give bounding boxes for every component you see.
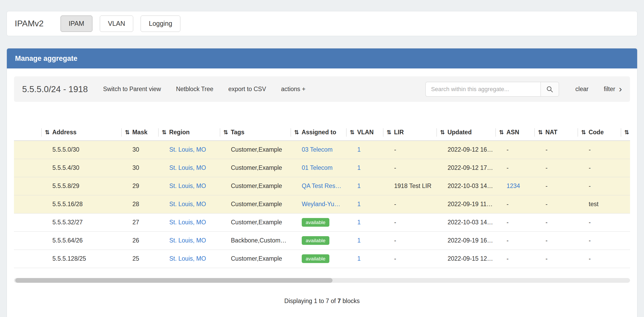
region-link[interactable]: St. Louis, MO (169, 146, 206, 153)
filter-link[interactable]: filter› (604, 85, 622, 94)
tab-vlan[interactable]: VLAN (100, 16, 133, 32)
column-header-label: Address (52, 129, 76, 136)
cell-nat: - (534, 231, 578, 250)
column-header-inner: ⇅Code (578, 128, 621, 137)
column-header-inner: ⇅Region (158, 128, 220, 137)
region-link[interactable]: St. Louis, MO (169, 237, 206, 244)
search-button[interactable] (541, 82, 559, 97)
page: IPAMv2 IPAM VLAN Logging Manage aggregat… (0, 0, 644, 317)
row-gutter (14, 231, 41, 250)
netblock-tree-link[interactable]: Netblock Tree (176, 86, 213, 93)
cell-lir: - (383, 213, 437, 231)
column-header-mask[interactable]: ⇅Mask (121, 124, 158, 141)
column-header-assigned-to[interactable]: ⇅Assigned to (291, 124, 346, 141)
assigned-link[interactable]: Weyland-Yu… (302, 201, 340, 207)
export-csv-link[interactable]: export to CSV (228, 86, 266, 93)
region-link[interactable]: St. Louis, MO (169, 219, 206, 226)
chevron-right-icon: › (619, 84, 622, 93)
region-link[interactable]: St. Louis, MO (169, 201, 206, 207)
sort-icon: ⇅ (162, 129, 166, 136)
vlan-link[interactable]: 1 (357, 146, 361, 153)
region-link[interactable]: St. Louis, MO (169, 164, 206, 171)
column-header-lir[interactable]: ⇅LIR (383, 124, 437, 141)
cell-assigned: available (291, 213, 346, 231)
vlan-link[interactable]: 1 (357, 201, 361, 207)
sort-icon: ⇅ (581, 129, 586, 136)
panel-title: Manage aggregate (7, 48, 637, 68)
scrollbar-thumb[interactable] (15, 278, 333, 283)
table-row: 5.5.5.32/2727St. Louis, MOCustomer,Examp… (14, 213, 630, 231)
cell-vlan: 1 (346, 195, 383, 213)
manage-aggregate-panel: Manage aggregate 5.5.5.0/24 - 1918 Switc… (7, 48, 637, 317)
cell-address: 5.5.5.0/30 (41, 141, 121, 159)
cell-nat: - (534, 177, 578, 195)
sort-icon: ⇅ (440, 129, 445, 136)
cell-lir: - (383, 141, 437, 159)
assigned-link[interactable]: QA Test Res… (302, 182, 341, 189)
column-header-clipped[interactable]: ⇅ (621, 124, 630, 141)
column-header-code[interactable]: ⇅Code (578, 124, 621, 141)
column-header-nat[interactable]: ⇅NAT (534, 124, 578, 141)
table-row: 5.5.5.64/2626St. Louis, MOBackbone,Custo… (14, 231, 630, 250)
column-header-inner: ⇅Assigned to (291, 128, 346, 137)
cell-assigned: 03 Telecom (291, 141, 346, 159)
column-header-vlan[interactable]: ⇅VLAN (346, 124, 383, 141)
row-gutter (14, 177, 41, 195)
cell-updated: 2022-09-19 11… (437, 195, 496, 213)
actions-menu-link[interactable]: actions + (281, 86, 306, 93)
sort-icon: ⇅ (125, 129, 130, 136)
assigned-link[interactable]: 01 Telecom (302, 164, 333, 171)
asn-link[interactable]: 1234 (507, 182, 520, 189)
cell-updated: 2022-09-19 16… (437, 231, 496, 250)
row-gutter (14, 250, 41, 268)
column-header-address[interactable]: ⇅Address (41, 124, 121, 141)
column-header-inner: ⇅NAT (534, 128, 578, 137)
cell-mask: 29 (121, 177, 158, 195)
vlan-link[interactable]: 1 (357, 255, 361, 262)
vlan-link[interactable]: 1 (357, 219, 361, 226)
column-header-tags[interactable]: ⇅Tags (220, 124, 291, 141)
filter-label: filter (604, 86, 615, 93)
record-count-prefix: Displaying 1 to 7 of (284, 298, 338, 304)
column-header-inner: ⇅ASN (496, 128, 534, 137)
assigned-link[interactable]: 03 Telecom (302, 146, 333, 153)
cell-asn: - (496, 141, 534, 159)
column-header-gutter (14, 124, 41, 141)
column-header-region[interactable]: ⇅Region (158, 124, 220, 141)
clear-link[interactable]: clear (575, 86, 588, 93)
search-input[interactable] (425, 82, 541, 97)
switch-parent-view-link[interactable]: Switch to Parent view (103, 86, 161, 93)
aggregate-title: 5.5.5.0/24 - 1918 (22, 84, 88, 94)
status-badge-available: available (302, 254, 329, 263)
vlan-link[interactable]: 1 (357, 182, 361, 189)
cell-code: - (578, 213, 621, 231)
cell-region: St. Louis, MO (158, 213, 220, 231)
cell-nat: - (534, 141, 578, 159)
cell-address: 5.5.5.8/29 (41, 177, 121, 195)
row-gutter (14, 141, 41, 159)
cell-nat: - (534, 159, 578, 177)
row-extra (621, 213, 630, 231)
region-link[interactable]: St. Louis, MO (169, 182, 206, 189)
tab-logging[interactable]: Logging (141, 16, 180, 32)
horizontal-scrollbar[interactable] (14, 278, 630, 283)
column-header-label: Region (169, 129, 190, 136)
cell-tags: Customer,Example (220, 141, 291, 159)
cell-mask: 30 (121, 159, 158, 177)
vlan-link[interactable]: 1 (357, 237, 361, 244)
cell-nat: - (534, 195, 578, 213)
app-title: IPAMv2 (15, 19, 44, 28)
cell-region: St. Louis, MO (158, 159, 220, 177)
vlan-link[interactable]: 1 (357, 164, 361, 171)
cell-vlan: 1 (346, 250, 383, 268)
column-header-asn[interactable]: ⇅ASN (496, 124, 534, 141)
cell-assigned: available (291, 250, 346, 268)
column-header-inner: ⇅Address (41, 128, 121, 137)
record-count-suffix: blocks (341, 298, 360, 304)
cell-tags: Customer,Example (220, 195, 291, 213)
tab-ipam[interactable]: IPAM (61, 16, 92, 32)
region-link[interactable]: St. Louis, MO (169, 255, 206, 262)
cell-code: - (578, 250, 621, 268)
column-header-updated[interactable]: ⇅Updated (437, 124, 496, 141)
cell-mask: 26 (121, 231, 158, 250)
